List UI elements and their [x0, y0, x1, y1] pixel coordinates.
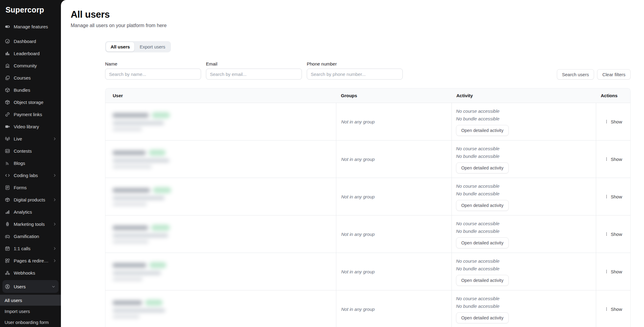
- status-badge: [151, 225, 170, 231]
- user-cell: [105, 290, 336, 327]
- actions-cell: Show: [596, 215, 630, 253]
- sidebar-item-community[interactable]: Community: [0, 59, 61, 72]
- table-row: Not in any group No course accessible No…: [105, 215, 630, 253]
- course-status: No course accessible: [456, 221, 500, 226]
- redacted-name: [113, 263, 146, 268]
- redacted-user-info: [113, 112, 336, 131]
- submenu-label: Import users: [5, 309, 30, 314]
- sidebar-item-object-storage[interactable]: Object storage: [0, 96, 61, 108]
- bundle-status: No bundle accessible: [456, 229, 500, 234]
- open-detailed-activity-button[interactable]: Open detailed activity: [456, 162, 509, 173]
- redacted-phone: [113, 203, 147, 206]
- sidebar-item-users[interactable]: Users: [2, 280, 58, 293]
- sidebar-divider: [0, 33, 61, 35]
- redacted-email: [113, 196, 165, 200]
- sidebar-item-courses[interactable]: Courses: [0, 72, 61, 84]
- redacted-phone: [113, 278, 143, 281]
- open-detailed-activity-button[interactable]: Open detailed activity: [456, 237, 509, 248]
- actions-cell: Show: [596, 290, 630, 327]
- view-tabs: All users Export users: [105, 41, 171, 52]
- sidebar-item-pages-redirects[interactable]: Pages & redirects: [0, 254, 61, 267]
- activity-cell: No course accessible No bundle accessibl…: [451, 253, 596, 290]
- chevron-right-icon: [53, 173, 57, 177]
- main-panel: All users Manage all users on your platf…: [61, 0, 644, 327]
- open-detailed-activity-button[interactable]: Open detailed activity: [456, 312, 509, 323]
- sidebar-item-1-1-calls[interactable]: 1:1 calls: [0, 242, 61, 254]
- show-action-button[interactable]: Show: [604, 307, 622, 312]
- product-box-icon: [5, 197, 10, 202]
- sidebar-item-blogs[interactable]: Blogs: [0, 157, 61, 169]
- redacted-user-info: [113, 300, 336, 318]
- activity-cell: No course accessible No bundle accessibl…: [451, 103, 596, 140]
- group-status: Not in any group: [341, 307, 375, 312]
- open-detailed-activity-button[interactable]: Open detailed activity: [456, 125, 509, 136]
- groups-cell: Not in any group: [336, 103, 451, 140]
- video-camera-icon: [5, 124, 10, 129]
- status-badge: [149, 150, 166, 156]
- sidebar-item-bundles[interactable]: Bundles: [0, 84, 61, 96]
- sidebar-item-webhooks[interactable]: Webhooks: [0, 267, 61, 279]
- open-detailed-activity-button[interactable]: Open detailed activity: [456, 200, 509, 211]
- tab-export-users[interactable]: Export users: [135, 42, 170, 52]
- sidebar-nav: Manage features Dashboard Leaderboard Co…: [0, 20, 61, 327]
- name-filter-field: Name: [105, 61, 201, 80]
- sidebar-item-digital-products[interactable]: Digital products: [0, 194, 61, 206]
- sidebar-item-label: Users: [14, 284, 26, 289]
- sidebar-item-coding-labs[interactable]: Coding labs: [0, 169, 61, 181]
- user-cell: [105, 215, 336, 253]
- submenu-label: User onboarding form: [5, 320, 49, 325]
- show-action-button[interactable]: Show: [604, 269, 622, 274]
- submenu-item-all-users[interactable]: All users: [0, 295, 61, 306]
- chevron-right-icon: [53, 222, 57, 226]
- code-icon: [5, 173, 10, 178]
- submenu-item-user-onboarding-form[interactable]: User onboarding form: [0, 317, 61, 327]
- phone-filter-label: Phone number: [307, 61, 403, 66]
- sidebar-item-payment-links[interactable]: Payment links: [0, 108, 61, 120]
- sidebar-item-video-library[interactable]: Video library: [0, 120, 61, 133]
- tab-all-users[interactable]: All users: [106, 42, 134, 52]
- groups-cell: Not in any group: [336, 215, 451, 253]
- sidebar-item-contests[interactable]: Contests: [0, 145, 61, 157]
- open-detailed-activity-button[interactable]: Open detailed activity: [456, 275, 509, 286]
- actions-cell: Show: [596, 178, 630, 215]
- show-action-button[interactable]: Show: [604, 232, 622, 237]
- users-submenu: All users Import users User onboarding f…: [0, 295, 61, 327]
- show-action-button[interactable]: Show: [604, 157, 622, 162]
- page-title: All users: [71, 9, 631, 20]
- show-label: Show: [611, 307, 622, 312]
- user-cell: [105, 103, 336, 140]
- ellipsis-vertical-icon: [604, 119, 609, 124]
- sidebar-item-live[interactable]: Live: [0, 133, 61, 145]
- name-filter-input[interactable]: [105, 69, 201, 80]
- sidebar-item-leaderboard[interactable]: Leaderboard: [0, 47, 61, 59]
- column-header-activity: Activity: [451, 88, 596, 103]
- show-action-button[interactable]: Show: [604, 194, 622, 199]
- redacted-user-info: [113, 150, 336, 169]
- course-status: No course accessible: [456, 146, 500, 151]
- email-filter-input[interactable]: [206, 69, 302, 80]
- sidebar-item-manage-features[interactable]: Manage features: [0, 20, 61, 33]
- redacted-name: [113, 226, 148, 230]
- show-action-button[interactable]: Show: [604, 119, 622, 124]
- search-users-button[interactable]: Search users: [557, 69, 594, 80]
- show-label: Show: [611, 157, 622, 162]
- redacted-name: [113, 151, 146, 155]
- ellipsis-vertical-icon: [604, 194, 609, 199]
- course-status: No course accessible: [456, 108, 500, 114]
- activity-cell: No course accessible No bundle accessibl…: [451, 290, 596, 327]
- status-badge: [152, 112, 170, 118]
- phone-filter-input[interactable]: [307, 69, 403, 80]
- sidebar-item-marketing-tools[interactable]: Marketing tools: [0, 218, 61, 230]
- sidebar-item-forms[interactable]: Forms: [0, 181, 61, 194]
- course-status: No course accessible: [456, 183, 500, 189]
- sidebar-item-analytics[interactable]: Analytics: [0, 206, 61, 218]
- gauge-icon: [5, 39, 10, 44]
- group-status: Not in any group: [341, 157, 375, 162]
- clear-filters-button[interactable]: Clear filters: [597, 69, 631, 80]
- table-row: Not in any group No course accessible No…: [105, 290, 630, 327]
- user-cell: [105, 253, 336, 290]
- table-header: User Groups Activity Actions: [105, 88, 630, 103]
- submenu-item-import-users[interactable]: Import users: [0, 306, 61, 317]
- sidebar-item-gamification[interactable]: Gamification: [0, 230, 61, 242]
- sidebar-item-dashboard[interactable]: Dashboard: [0, 35, 61, 47]
